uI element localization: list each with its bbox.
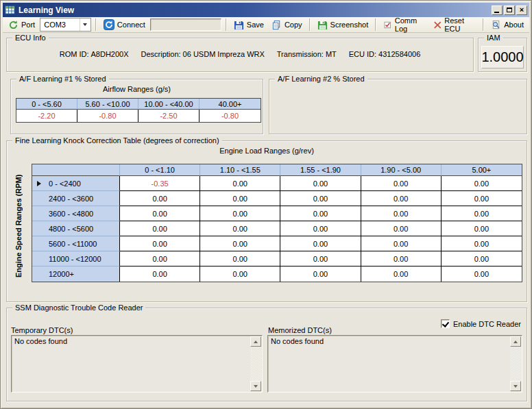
- reset-ecu-label: Reset ECU: [444, 16, 476, 33]
- checklist-icon: [383, 20, 392, 30]
- knock-cell[interactable]: -0.35: [120, 176, 200, 191]
- knock-corner-cell: [32, 164, 120, 176]
- connect-input[interactable]: [150, 18, 221, 31]
- knock-cell[interactable]: 0.00: [361, 176, 442, 191]
- description-field: Description:06 USDM Impreza WRX: [141, 50, 265, 58]
- knock-cell[interactable]: 0.00: [200, 267, 280, 282]
- comm-log-button[interactable]: Comm Log: [380, 18, 428, 32]
- copy-button[interactable]: Copy: [269, 18, 305, 32]
- af1-cell[interactable]: -0.80: [77, 110, 138, 122]
- af1-cell[interactable]: -2.50: [138, 110, 200, 122]
- knock-row-header[interactable]: 3600 - <4800: [32, 206, 120, 221]
- toolbar-separator: [309, 18, 311, 31]
- port-refresh-button[interactable]: Port: [5, 18, 38, 32]
- knock-cell[interactable]: 0.00: [120, 236, 200, 251]
- save-button[interactable]: Save: [231, 18, 267, 32]
- app-table-icon: [5, 5, 16, 16]
- arrow-up-icon: [513, 340, 518, 343]
- minimize-button[interactable]: [492, 5, 503, 15]
- knock-table: 0 - <1.101.10 - <1.551.55 - <1.901.90 - …: [32, 164, 522, 282]
- reset-ecu-button[interactable]: Reset ECU: [431, 18, 479, 32]
- toolbar-separator: [95, 18, 97, 31]
- knock-cell[interactable]: 0.00: [361, 267, 442, 282]
- knock-cell[interactable]: 0.00: [280, 191, 361, 206]
- knock-cell[interactable]: 0.00: [280, 221, 361, 236]
- knock-cell[interactable]: 0.00: [442, 206, 522, 221]
- knock-row-header[interactable]: 4800 - <5600: [32, 221, 120, 236]
- knock-cell[interactable]: 0.00: [200, 221, 280, 236]
- knock-cell[interactable]: 0.00: [280, 236, 361, 251]
- knock-cell[interactable]: 0.00: [120, 221, 200, 236]
- knock-cell[interactable]: 0.00: [200, 206, 280, 221]
- comm-log-label: Comm Log: [395, 16, 426, 33]
- knock-cell[interactable]: 0.00: [361, 191, 442, 206]
- scroll-up-button[interactable]: [250, 336, 261, 347]
- knock-cell[interactable]: 0.00: [442, 251, 522, 267]
- knock-cell[interactable]: 0.00: [361, 221, 442, 236]
- connect-button[interactable]: Connect: [101, 18, 148, 32]
- knock-col-header: 1.10 - <1.55: [200, 164, 280, 176]
- knock-cell[interactable]: 0.00: [200, 251, 280, 267]
- memorized-dtc-textarea[interactable]: No codes found: [267, 335, 522, 393]
- chevron-down-icon[interactable]: [80, 18, 90, 31]
- memorized-dtc-scrollbar[interactable]: [510, 336, 521, 391]
- save-label: Save: [247, 21, 264, 29]
- temporary-dtc-textarea[interactable]: No codes found: [11, 335, 263, 393]
- af1-col-header: 0 - <5.60: [16, 99, 77, 110]
- temporary-dtc-scrollbar[interactable]: [250, 336, 261, 391]
- knock-cell[interactable]: 0.00: [361, 206, 442, 221]
- about-button[interactable]: About: [488, 18, 527, 32]
- row-selector-icon: [37, 181, 41, 186]
- connect-label: Connect: [117, 21, 145, 29]
- memorized-dtc-text: No codes found: [271, 337, 324, 345]
- arrow-down-icon: [513, 385, 518, 388]
- knock-cell[interactable]: 0.00: [442, 236, 522, 251]
- knock-cell[interactable]: 0.00: [442, 221, 522, 236]
- knock-cell[interactable]: 0.00: [361, 236, 442, 251]
- close-button[interactable]: ×: [516, 5, 527, 15]
- enable-dtc-checkbox[interactable]: [441, 319, 450, 328]
- knock-cell[interactable]: 0.00: [361, 251, 442, 267]
- knock-correction-title: Fine Learning Knock Correction Table (de…: [12, 136, 222, 146]
- scroll-down-button[interactable]: [250, 381, 261, 391]
- magnifier-document-icon: [491, 20, 501, 30]
- knock-row-header[interactable]: 5600 - <11000: [32, 236, 120, 251]
- toolbar-separator: [226, 18, 227, 31]
- af1-col-header: 40.00+: [200, 99, 261, 110]
- knock-row-header[interactable]: 0 - <2400: [32, 176, 120, 191]
- knock-cell[interactable]: 0.00: [442, 176, 522, 191]
- knock-cell[interactable]: 0.00: [200, 191, 280, 206]
- airflow-ranges-label: Airflow Ranges (g/s): [11, 85, 263, 93]
- scroll-down-button[interactable]: [510, 381, 521, 391]
- window-controls: ×: [492, 5, 527, 15]
- knock-cell[interactable]: 0.00: [280, 251, 361, 267]
- af1-cell[interactable]: -0.80: [200, 110, 261, 122]
- knock-cell[interactable]: 0.00: [442, 191, 522, 206]
- knock-cell[interactable]: 0.00: [280, 267, 361, 282]
- port-select[interactable]: COM3: [40, 18, 91, 32]
- memorized-dtc-label: Memorized DTC(s): [268, 326, 332, 334]
- knock-row-header[interactable]: 12000+: [32, 267, 120, 282]
- port-select-value: COM3: [40, 18, 80, 31]
- knock-cell[interactable]: 0.00: [200, 176, 280, 191]
- knock-cell[interactable]: 0.00: [120, 251, 200, 267]
- knock-row-header[interactable]: 2400 - <3600: [32, 191, 120, 206]
- screenshot-button[interactable]: Screenshot: [315, 18, 372, 32]
- knock-cell[interactable]: 0.00: [120, 267, 200, 282]
- af1-col-header: 10.00 - <40.00: [138, 99, 200, 110]
- knock-row-header[interactable]: 11000 - <12000: [32, 251, 120, 267]
- af1-cell[interactable]: -2.20: [16, 110, 77, 122]
- knock-cell[interactable]: 0.00: [280, 206, 361, 221]
- maximize-button[interactable]: [504, 5, 515, 15]
- knock-cell[interactable]: 0.00: [120, 206, 200, 221]
- copy-pages-icon: [271, 20, 282, 30]
- learning-view-window: Learning View × Port COM3 Connec: [0, 0, 532, 409]
- knock-cell[interactable]: 0.00: [280, 176, 361, 191]
- knock-cell[interactable]: 0.00: [120, 191, 200, 206]
- knock-cell[interactable]: 0.00: [442, 267, 522, 282]
- af-learning-2-group: A/F Learning #2 % Stored: [269, 79, 527, 134]
- scroll-up-button[interactable]: [510, 336, 521, 347]
- ecu-id-field: ECU ID:4312584006: [349, 50, 421, 58]
- knock-cell[interactable]: 0.00: [200, 236, 280, 251]
- ecu-info-title: ECU Info: [12, 33, 49, 43]
